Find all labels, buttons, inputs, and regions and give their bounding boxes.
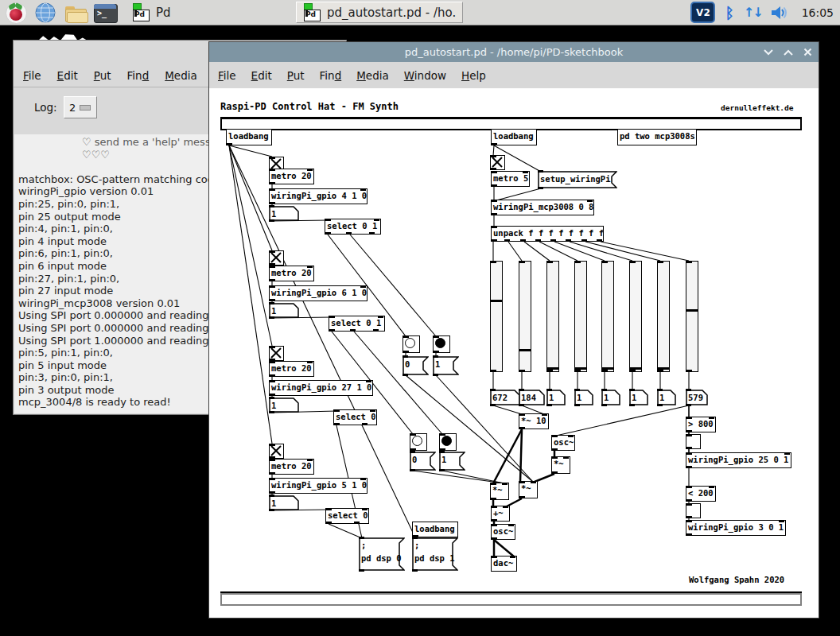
menu-item-find[interactable]: Find — [320, 69, 342, 82]
slider-ch4[interactable] — [601, 261, 614, 372]
obj-loadbang-2[interactable]: loadbang — [412, 522, 458, 537]
obj-select-0-d[interactable]: select 0 — [325, 508, 369, 524]
obj-metro-20-b[interactable]: metro 20 — [269, 266, 314, 281]
web-browser-icon[interactable] — [34, 2, 56, 23]
menu-item-put[interactable]: Put — [94, 69, 111, 82]
slider-ch2[interactable] — [546, 261, 559, 372]
obj-mul-b[interactable]: *~ — [519, 481, 538, 498]
obj-mul-a[interactable]: *~ — [490, 483, 509, 500]
patch-titlebar[interactable]: pd_autostart.pd - /home/pi/PD-sketchbook — [209, 42, 819, 62]
slider-handle[interactable] — [491, 300, 502, 302]
slider-ch6[interactable] — [657, 261, 670, 372]
slider-ch7[interactable] — [686, 261, 698, 372]
bang-off-1[interactable] — [402, 335, 420, 353]
obj-wiringpi-gpio-4[interactable]: wiringPi_gpio 4 1 0 — [269, 188, 368, 204]
obj-metro-20-d[interactable]: metro 20 — [269, 459, 314, 475]
obj-select-0-c[interactable]: select 0 — [333, 409, 377, 425]
close-button-icon[interactable] — [803, 48, 812, 56]
obj-lt-200[interactable]: < 200 — [686, 486, 716, 502]
slider-ch5[interactable] — [629, 261, 642, 372]
obj-wiringpi-gpio-3[interactable]: wiringPi_gpio 3 0 1 — [686, 520, 786, 536]
slider-handle[interactable] — [686, 309, 698, 312]
msg-pd-dsp-1[interactable]: ; pd dsp 1 — [412, 537, 458, 571]
atom-ch3[interactable]: 1 — [574, 390, 593, 405]
atom-gpio27-value[interactable]: 1 — [269, 398, 299, 413]
shade-button-icon[interactable] — [764, 49, 773, 56]
slider-ch3[interactable] — [574, 261, 587, 372]
obj-wiringpi-mcp3008[interactable]: wiringPi_mcp3008 0 8 — [491, 200, 594, 215]
obj-osc-mod[interactable]: osc~ — [551, 435, 575, 451]
toggle-gpio6[interactable] — [269, 250, 284, 266]
atom-gpio4-value[interactable]: 1 — [269, 206, 299, 221]
maximize-button-icon[interactable] — [784, 49, 793, 56]
atom-ch7[interactable]: 579 — [686, 390, 708, 405]
menu-item-file[interactable]: File — [23, 69, 41, 82]
network-arrows-icon[interactable]: ↑↓ — [744, 5, 762, 20]
obj-plus[interactable]: +~ — [491, 506, 510, 522]
slider-handle[interactable] — [519, 349, 531, 351]
menu-item-help[interactable]: Help — [461, 69, 486, 82]
obj-select-0-1-a[interactable]: select 0 1 — [325, 219, 381, 235]
patch-canvas[interactable]: Raspi-PD Control Hat - FM Synthdernullef… — [209, 88, 819, 618]
raspberry-menu-icon[interactable] — [5, 2, 27, 23]
terminal-icon[interactable]: >_ — [93, 2, 115, 23]
volume-icon[interactable] — [772, 5, 789, 21]
msg-1-b[interactable]: 1 — [439, 452, 465, 471]
menu-item-find[interactable]: Find — [127, 69, 150, 82]
obj-unpack[interactable]: unpack f f f f f f f f — [491, 226, 604, 242]
task-button-pd-autostart[interactable]: Pd pd_autostart.pd - /ho... — [296, 2, 463, 23]
atom-ch2[interactable]: 1 — [546, 390, 566, 405]
atom-ch4[interactable]: 1 — [601, 390, 620, 405]
obj-mul-c[interactable]: *~ — [551, 456, 570, 474]
obj-metro-20-c[interactable]: metro 20 — [269, 361, 314, 377]
obj-loadbang-3[interactable]: loadbang — [491, 129, 537, 145]
obj-gt-800[interactable]: > 800 — [686, 417, 716, 432]
obj-osc-main[interactable]: osc~ — [491, 524, 515, 540]
atom-ch6[interactable]: 1 — [657, 390, 676, 405]
atom-ch0[interactable]: 672 — [490, 390, 520, 405]
slider-ch0[interactable] — [490, 261, 503, 372]
file-manager-icon[interactable] — [64, 2, 86, 23]
atom-gpio5-value[interactable]: 1 — [269, 495, 299, 510]
toggle-gpio27[interactable] — [269, 346, 284, 361]
obj-dac[interactable]: dac~ — [491, 556, 517, 572]
msg-1-a[interactable]: 1 — [433, 356, 459, 375]
atom-gpio6-value[interactable]: 1 — [269, 303, 299, 318]
menu-item-media[interactable]: Media — [165, 69, 197, 82]
obj-wiringpi-gpio-27[interactable]: wiringPi_gpio 27 1 0 — [269, 380, 373, 396]
obj-metro-5[interactable]: metro 5 — [491, 171, 530, 187]
toggle-lt200[interactable] — [686, 503, 701, 518]
obj-metro-20-a[interactable]: metro 20 — [269, 169, 314, 184]
menu-item-edit[interactable]: Edit — [251, 69, 272, 82]
toggle-metro5[interactable] — [490, 155, 505, 170]
slider-ch1[interactable] — [519, 261, 531, 372]
menu-item-file[interactable]: File — [218, 69, 236, 82]
msg-pd-dsp-0[interactable]: ; pd dsp 0 — [359, 537, 405, 571]
msg-setup-wiringpi[interactable]: setup_wiringPi — [538, 171, 617, 188]
menu-item-edit[interactable]: Edit — [57, 69, 78, 82]
obj-mul10[interactable]: *~ 10 — [519, 413, 549, 429]
vnc-icon[interactable]: V2 — [690, 2, 715, 23]
bang-on-2[interactable] — [439, 433, 457, 451]
toggle-gpio5[interactable] — [269, 444, 284, 459]
msg-0-b[interactable]: 0 — [410, 452, 436, 471]
obj-pd-two-mcp3008s[interactable]: pd two mcp3008s — [617, 129, 697, 145]
atom-ch5[interactable]: 1 — [629, 390, 648, 405]
menu-item-window[interactable]: Window — [404, 69, 446, 82]
obj-wiringpi-gpio-25[interactable]: wiringPi_gpio 25 0 1 — [686, 452, 791, 468]
task-button-pd-console[interactable]: Pd Pd — [125, 2, 296, 23]
menu-item-put[interactable]: Put — [287, 69, 305, 82]
outlet-nub — [346, 232, 352, 235]
obj-wiringpi-gpio-6[interactable]: wiringPi_gpio 6 1 0 — [269, 285, 368, 301]
log-level-select[interactable]: 2 — [64, 96, 97, 118]
atom-ch1[interactable]: 184 — [519, 390, 545, 405]
obj-select-0-1-b[interactable]: select 0 1 — [329, 316, 385, 332]
bang-on-1[interactable] — [433, 335, 450, 353]
obj-loadbang-1[interactable]: loadbang — [226, 129, 272, 145]
obj-wiringpi-gpio-5[interactable]: wiringPi_gpio 5 1 0 — [269, 478, 368, 494]
msg-0-a[interactable]: 0 — [402, 356, 429, 375]
bang-off-2[interactable] — [410, 433, 427, 451]
toggle-gt800[interactable] — [686, 434, 701, 449]
bluetooth-icon[interactable]: ᛒ — [725, 4, 733, 21]
menu-item-media[interactable]: Media — [356, 69, 389, 82]
